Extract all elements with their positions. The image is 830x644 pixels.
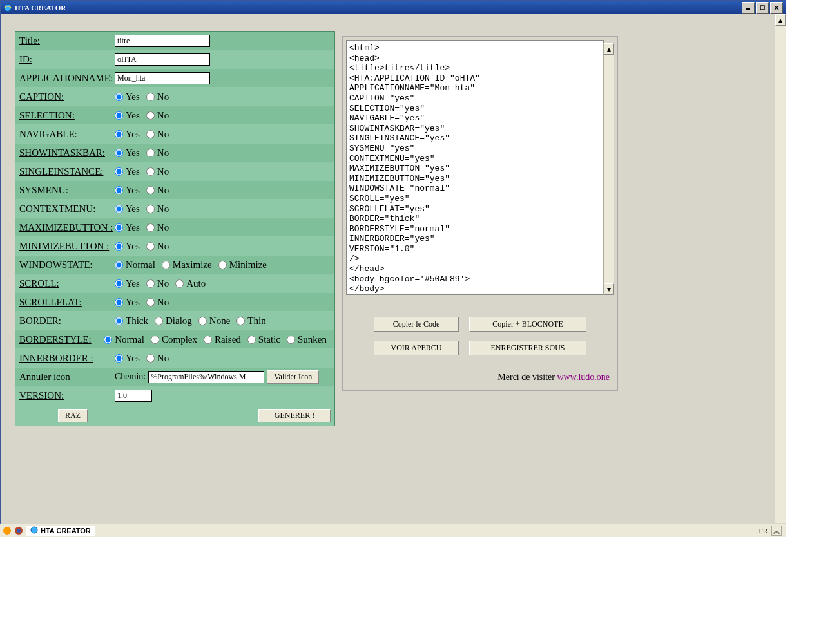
showintaskbar-yes[interactable] (115, 149, 123, 157)
label-singleinstance: SINGLEINSTANCE: (19, 166, 115, 177)
borderstyle-static[interactable] (247, 336, 256, 344)
close-button[interactable] (770, 2, 783, 14)
form-panel: Title: ID: APPLICATIONNAME: CAPTION:YesN… (15, 31, 335, 426)
id-input[interactable] (115, 53, 210, 66)
sysmenu-yes[interactable] (115, 186, 123, 194)
borderstyle-complex[interactable] (151, 336, 159, 344)
minimize-button[interactable] (742, 2, 755, 14)
client-area: ▴ Title: ID: APPLICATIONNAME: CAPTION:Ye… (1, 14, 786, 523)
label-id: ID: (19, 54, 115, 65)
firefox-icon[interactable] (14, 526, 23, 535)
label-maximizebutton: MAXIMIZEBUTTON : (19, 222, 115, 233)
border-dialog[interactable] (155, 317, 163, 325)
enregistrer-button[interactable]: ENREGISTRER SOUS (469, 341, 586, 355)
scroll-up-icon[interactable]: ▴ (775, 14, 786, 26)
version-input[interactable] (115, 390, 152, 402)
scroll-down-icon[interactable]: ▾ (604, 283, 614, 295)
footer: Merci de visiter www.ludo.one (343, 365, 617, 390)
svg-point-5 (3, 527, 11, 535)
label-border: BORDER: (19, 316, 115, 327)
innerborder-yes[interactable] (115, 354, 123, 363)
language-indicator[interactable]: FR (759, 527, 767, 535)
scroll-auto[interactable] (175, 279, 184, 288)
titlebar[interactable]: HTA CREATOR (1, 1, 786, 14)
maximizebutton-yes[interactable] (115, 223, 123, 232)
label-selection: SELECTION: (19, 110, 115, 121)
windowstate-maximize[interactable] (162, 261, 170, 269)
selection-yes[interactable] (115, 111, 123, 120)
svg-point-7 (17, 529, 21, 533)
sysmenu-no[interactable] (146, 186, 155, 194)
label-navigable: NAVIGABLE: (19, 129, 115, 140)
windowstate-normal[interactable] (115, 261, 123, 269)
scroll-up-icon[interactable]: ▴ (604, 43, 614, 55)
copy-code-button[interactable]: Copier le Code (374, 317, 459, 332)
label-version: VERSION: (19, 390, 115, 401)
label-scroll: SCROLL: (19, 278, 115, 289)
border-none[interactable] (198, 317, 207, 325)
code-textarea[interactable]: <html> <head> <title>titre</title> <HTA:… (346, 40, 604, 295)
start-icon[interactable] (3, 526, 12, 535)
caption-yes[interactable] (115, 93, 123, 101)
output-panel: <html> <head> <title>titre</title> <HTA:… (342, 36, 618, 391)
app-window: HTA CREATOR ▴ Title: ID: APPLICATIONNAME… (0, 0, 786, 524)
valider-icon-button[interactable]: Valider Icon (267, 370, 319, 384)
scrollbar[interactable]: ▴ (775, 14, 786, 523)
label-minimizebutton: MINIMIZEBUTTON : (19, 241, 115, 252)
scroll-yes[interactable] (115, 279, 123, 288)
singleinstance-yes[interactable] (115, 167, 123, 176)
taskbar-app-button[interactable]: HTA CREATOR (26, 526, 95, 536)
maximize-button[interactable] (756, 2, 769, 14)
minimizebutton-yes[interactable] (115, 242, 123, 251)
voir-apercu-button[interactable]: VOIR APERCU (374, 341, 459, 355)
label-caption: CAPTION: (19, 91, 115, 102)
title-input[interactable] (115, 35, 210, 47)
contextmenu-no[interactable] (146, 205, 155, 213)
scroll-no[interactable] (146, 279, 155, 288)
footer-link[interactable]: www.ludo.one (557, 372, 610, 382)
taskbar[interactable]: HTA CREATOR FR ︽ (0, 524, 786, 537)
windowstate-minimize[interactable] (218, 261, 227, 269)
icon-row: Annuler icon Chemin: Valider Icon (15, 368, 334, 386)
maximizebutton-no[interactable] (146, 223, 155, 232)
label-contextmenu: CONTEXTMENU: (19, 204, 115, 214)
annuler-icon-link[interactable]: Annuler icon (19, 372, 115, 383)
ie-icon (3, 3, 12, 12)
borderstyle-sunken[interactable] (287, 336, 295, 344)
appname-input[interactable] (115, 72, 210, 84)
innerborder-no[interactable] (146, 354, 155, 363)
generer-button[interactable]: GENERER ! (258, 409, 331, 422)
caption-no[interactable] (146, 93, 155, 101)
contextmenu-yes[interactable] (115, 205, 123, 213)
svg-rect-2 (760, 6, 764, 10)
chemin-input[interactable] (148, 371, 264, 383)
copy-blocnote-button[interactable]: Copier + BLOCNOTE (469, 317, 586, 332)
label-innerborder: INNERBORDER : (19, 353, 115, 364)
label-sysmenu: SYSMENU: (19, 185, 115, 196)
selection-no[interactable] (146, 111, 155, 120)
label-scrollflat: SCROLLFLAT: (19, 297, 115, 308)
svg-point-0 (5, 4, 12, 11)
code-scrollbar[interactable]: ▴ ▾ (603, 43, 614, 295)
singleinstance-no[interactable] (146, 167, 155, 176)
raz-button[interactable]: RAZ (58, 409, 88, 422)
window-title: HTA CREATOR (15, 4, 66, 12)
label-title: Title: (19, 35, 115, 46)
navigable-yes[interactable] (115, 130, 123, 138)
chevron-up-icon[interactable]: ︽ (771, 526, 782, 536)
chemin-label: Chemin: (115, 372, 146, 382)
label-showintaskbar: SHOWINTASKBAR: (19, 147, 115, 158)
minimizebutton-no[interactable] (146, 242, 155, 251)
border-thick[interactable] (115, 317, 123, 325)
scrollflat-yes[interactable] (115, 298, 123, 307)
scrollflat-no[interactable] (146, 298, 155, 307)
showintaskbar-no[interactable] (146, 149, 155, 157)
ie-icon (30, 526, 38, 535)
borderstyle-normal[interactable] (104, 336, 112, 344)
borderstyle-raised[interactable] (204, 336, 212, 344)
label-windowstate: WINDOWSTATE: (19, 260, 115, 270)
label-appname: APPLICATIONNAME: (19, 73, 115, 84)
svg-point-8 (31, 527, 37, 533)
border-thin[interactable] (236, 317, 245, 325)
navigable-no[interactable] (146, 130, 155, 138)
